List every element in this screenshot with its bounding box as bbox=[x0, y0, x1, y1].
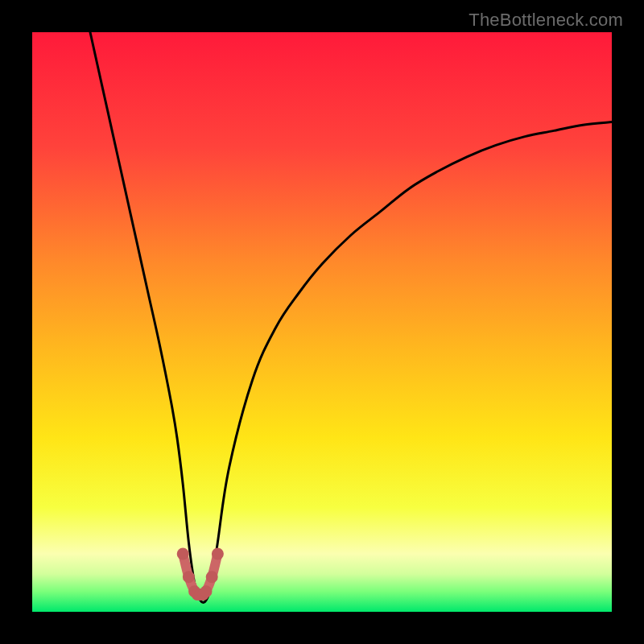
svg-point-8 bbox=[206, 571, 218, 583]
svg-point-1 bbox=[177, 548, 189, 560]
chart-frame: TheBottleneck.com bbox=[0, 0, 644, 644]
svg-point-9 bbox=[212, 548, 224, 560]
watermark-text: TheBottleneck.com bbox=[469, 10, 623, 31]
minimum-marker-dots bbox=[177, 548, 224, 601]
plot-area bbox=[32, 32, 612, 612]
chart-curves bbox=[32, 32, 612, 612]
svg-point-2 bbox=[183, 571, 195, 583]
svg-point-7 bbox=[200, 585, 213, 597]
bottleneck-curve bbox=[90, 32, 612, 603]
